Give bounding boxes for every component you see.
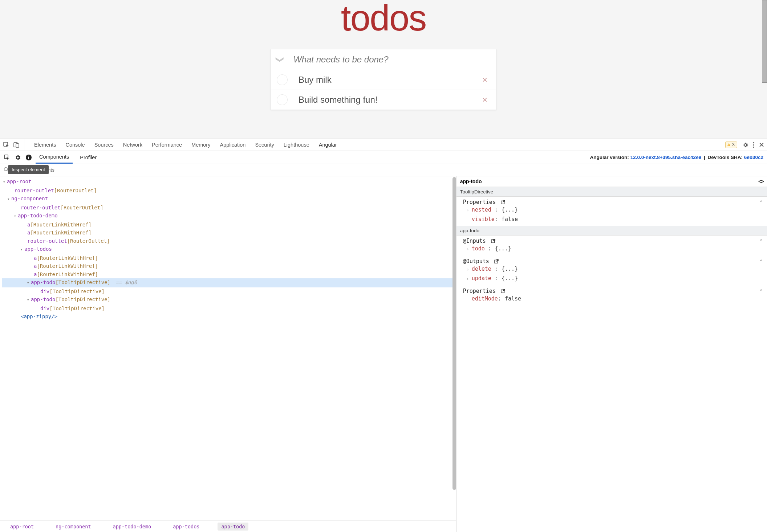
group-properties-tooltip: Properties ⌃ ›nested :{...} visible:fals… xyxy=(456,197,767,226)
group-label: Properties xyxy=(463,288,496,294)
tree-node-selected[interactable]: ▾app-todo[TooltipDirective]== $ng0 xyxy=(2,278,456,287)
gear-icon[interactable] xyxy=(742,142,748,148)
properties-pane: app-todo <> TooltipDirective Properties … xyxy=(456,176,767,532)
version-prefix: Angular version: xyxy=(590,155,630,160)
tree-node[interactable]: ▾app-todo-demo xyxy=(2,212,456,221)
open-external-icon[interactable] xyxy=(500,200,506,205)
tree-node[interactable]: div[TooltipDirective] xyxy=(2,287,456,296)
tab-console[interactable]: Console xyxy=(61,139,89,151)
prop-row[interactable]: ›update :{...} xyxy=(463,274,763,283)
tab-application[interactable]: Application xyxy=(215,139,250,151)
group-label: @Outputs xyxy=(463,258,489,265)
tree-node[interactable]: ▾ng-component xyxy=(2,195,456,204)
svg-point-7 xyxy=(753,146,754,147)
component-tree[interactable]: ▾app-root router-outlet[RouterOutlet] ▾n… xyxy=(0,176,456,520)
kebab-icon[interactable] xyxy=(753,142,755,148)
open-external-icon[interactable] xyxy=(491,238,496,244)
tree-scrollbar[interactable] xyxy=(453,177,456,490)
svg-rect-3 xyxy=(729,144,729,146)
svg-point-11 xyxy=(28,155,29,156)
tree-node[interactable]: a[RouterLinkWithHref] xyxy=(2,262,456,270)
svg-point-12 xyxy=(4,168,8,171)
device-toggle-icon[interactable] xyxy=(13,142,20,148)
tree-node[interactable]: div[TooltipDirective] xyxy=(2,304,456,313)
tab-memory[interactable]: Memory xyxy=(187,139,215,151)
component-tree-pane: ▾app-root router-outlet[RouterOutlet] ▾n… xyxy=(0,176,456,532)
tree-node[interactable]: router-outlet[RouterOutlet] xyxy=(2,237,456,245)
tab-network[interactable]: Network xyxy=(118,139,147,151)
sha-label: DevTools SHA: xyxy=(707,155,744,160)
svg-rect-10 xyxy=(28,157,29,159)
prop-row[interactable]: ›nested :{...} xyxy=(463,205,763,215)
close-icon[interactable] xyxy=(759,142,764,147)
prop-row[interactable]: visible:false xyxy=(463,215,763,224)
app-viewport: todos ❯ Buy milk × Build something fun! … xyxy=(0,0,767,139)
tree-node[interactable]: a[RouterLinkWithHref] xyxy=(2,270,456,279)
chevron-up-icon[interactable]: ⌃ xyxy=(760,288,763,294)
toggle-all-icon[interactable]: ❯ xyxy=(275,56,285,63)
new-todo-input[interactable] xyxy=(283,54,490,65)
todo-card: ❯ Buy milk × Build something fun! × xyxy=(271,49,496,110)
crumb-app-todo-demo[interactable]: app-todo-demo xyxy=(109,523,155,531)
crumb-app-todos[interactable]: app-todos xyxy=(169,523,203,531)
angular-version: Angular version: 12.0.0-next.8+395.sha-e… xyxy=(590,155,763,160)
tree-node[interactable]: <app-zippy/> xyxy=(2,312,456,321)
svg-point-5 xyxy=(753,142,754,143)
group-outputs: @Outputs ⌃ ›delete :{...} ›update :{...} xyxy=(456,256,767,286)
sha-link[interactable]: 6eb30c2 xyxy=(744,155,763,160)
open-external-icon[interactable] xyxy=(494,259,499,264)
tab-angular[interactable]: Angular xyxy=(314,139,342,151)
tree-node[interactable]: a[RouterLinkWithHref] xyxy=(2,254,456,262)
ng-settings-icon[interactable] xyxy=(15,154,21,161)
tree-node[interactable]: router-outlet[RouterOutlet] xyxy=(2,187,456,195)
devtools-tabs: Elements Console Sources Network Perform… xyxy=(0,139,767,151)
warning-count: 3 xyxy=(732,142,735,147)
version-link[interactable]: 12.0.0-next.8+395.sha-eac42e9 xyxy=(630,155,702,160)
ng-inspect-icon[interactable] xyxy=(4,154,10,161)
tree-node[interactable]: ▾app-todos xyxy=(2,245,456,254)
delete-icon[interactable]: × xyxy=(479,75,490,85)
open-external-icon[interactable] xyxy=(500,288,506,294)
tree-node[interactable]: ▾app-todo[TooltipDirective] xyxy=(2,295,456,304)
todo-label[interactable]: Build something fun! xyxy=(288,95,479,105)
tree-node[interactable]: ▾app-root xyxy=(2,177,456,187)
ng-tab-profiler[interactable]: Profiler xyxy=(76,151,100,164)
new-todo-row: ❯ xyxy=(271,49,496,70)
chevron-up-icon[interactable]: ⌃ xyxy=(760,238,763,244)
todo-checkbox[interactable] xyxy=(277,94,288,105)
prop-row[interactable]: editMode:false xyxy=(463,294,763,303)
crumb-app-root[interactable]: app-root xyxy=(7,523,37,531)
svg-rect-2 xyxy=(16,144,19,147)
ng-tab-components[interactable]: Components xyxy=(36,151,73,164)
crumb-ng-component[interactable]: ng-component xyxy=(52,523,95,531)
inspect-icon[interactable] xyxy=(3,142,9,148)
crumb-app-todo[interactable]: app-todo xyxy=(218,523,248,531)
tree-node[interactable]: a[RouterLinkWithHref] xyxy=(2,229,456,237)
tree-node[interactable]: router-outlet[RouterOutlet] xyxy=(2,204,456,212)
inspect-tooltip: Inspect element xyxy=(8,165,49,174)
page-scrollbar[interactable] xyxy=(762,0,767,83)
warning-badge[interactable]: 3 xyxy=(725,142,737,148)
ng-info-icon[interactable] xyxy=(25,154,32,161)
component-search-row: Inspect element xyxy=(0,164,767,176)
tab-sources[interactable]: Sources xyxy=(90,139,118,151)
chevron-up-icon[interactable]: ⌃ xyxy=(760,199,763,205)
tab-security[interactable]: Security xyxy=(250,139,279,151)
delete-icon[interactable]: × xyxy=(479,95,490,105)
prop-row[interactable]: ›delete :{...} xyxy=(463,265,763,274)
prop-row[interactable]: ›todo :{...} xyxy=(463,244,763,254)
svg-rect-4 xyxy=(729,146,729,146)
tab-performance[interactable]: Performance xyxy=(147,139,187,151)
view-source-icon[interactable]: <> xyxy=(758,178,763,185)
app-title: todos xyxy=(0,0,767,39)
todo-item-0: Buy milk × xyxy=(271,70,496,90)
tab-elements[interactable]: Elements xyxy=(29,139,61,151)
svg-point-6 xyxy=(753,144,754,145)
todo-item-1: Build something fun! × xyxy=(271,90,496,110)
todo-checkbox[interactable] xyxy=(277,74,288,85)
group-properties-apptodo: Properties ⌃ editMode:false xyxy=(456,286,767,305)
chevron-up-icon[interactable]: ⌃ xyxy=(760,258,763,264)
tree-node[interactable]: a[RouterLinkWithHref] xyxy=(2,221,456,229)
tab-lighthouse[interactable]: Lighthouse xyxy=(279,139,314,151)
todo-label[interactable]: Buy milk xyxy=(288,75,479,85)
